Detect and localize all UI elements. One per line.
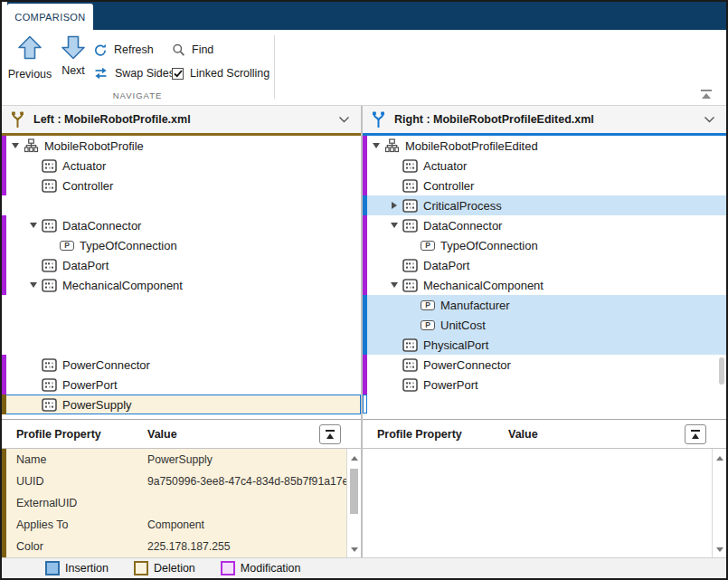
- tree-blank-row: [2, 315, 361, 335]
- tree-item-dataconnector[interactable]: DataConnector: [363, 215, 726, 235]
- collapse-ribbon-button[interactable]: [695, 86, 717, 102]
- property-row[interactable]: UUID9a750996-3ee8-47c4-834d-85b7f91a17e0: [2, 471, 346, 492]
- right-property-table-header: Profile Property Value: [363, 420, 726, 449]
- tree-item-dataconnector[interactable]: DataConnector: [2, 215, 361, 235]
- tree-item-label: PowerConnector: [62, 358, 150, 372]
- tree-item-mobilerobotprofile[interactable]: MobileRobotProfile: [2, 136, 361, 156]
- tree-item-label: DataConnector: [423, 219, 502, 233]
- arrow-down-icon: [60, 35, 87, 60]
- tree-item-label: TypeOfConnection: [80, 239, 177, 252]
- tree-item-powersupply[interactable]: PowerSupply: [2, 395, 361, 414]
- left-pane-header[interactable]: Left : MobileRobotProfile.xml: [2, 106, 361, 136]
- tree-item-criticalprocess[interactable]: CriticalProcess: [363, 195, 726, 215]
- scroll-up-icon[interactable]: [713, 452, 726, 464]
- property-name: UUID: [16, 475, 44, 488]
- stereotype-icon: [402, 358, 418, 372]
- property-row[interactable]: NamePowerSupply: [2, 449, 346, 471]
- tree-item-manufacturer[interactable]: PManufacturer: [363, 295, 726, 315]
- tree-item-typeofconnection[interactable]: PTypeOfConnection: [2, 235, 361, 255]
- pane-divider[interactable]: [361, 106, 363, 557]
- collapse-arrow-icon[interactable]: [388, 282, 401, 288]
- collapse-arrow-icon[interactable]: [388, 223, 401, 228]
- tree-item-powerport[interactable]: PowerPort: [363, 375, 726, 395]
- collapse-arrow-icon[interactable]: [370, 143, 383, 148]
- left-pane-title: Left : MobileRobotProfile.xml: [33, 113, 191, 126]
- deleted-item-slot-marker: [363, 395, 367, 414]
- tree-item-physicalport[interactable]: PhysicalPort: [363, 335, 726, 355]
- tree-item-label: Controller: [423, 179, 474, 193]
- property-row[interactable]: Applies ToComponent: [2, 514, 346, 536]
- tree-item-label: MobileRobotProfileEdited: [405, 139, 538, 153]
- scroll-up-icon[interactable]: [347, 452, 361, 464]
- tree-item-dataport[interactable]: DataPort: [2, 255, 361, 275]
- tab-comparison[interactable]: COMPARISON: [7, 4, 93, 30]
- tree-item-mechanicalcomponent[interactable]: MechanicalComponent: [2, 275, 361, 295]
- tree-blank-row: [2, 195, 361, 215]
- previous-label: Previous: [8, 68, 52, 81]
- modification-marker: [2, 255, 6, 275]
- next-button[interactable]: Next: [55, 35, 91, 88]
- swap-sides-button[interactable]: Swap Sides: [93, 63, 175, 83]
- property-row[interactable]: ExternalUID: [2, 492, 346, 514]
- tree-item-mobilerobotprofileedited[interactable]: MobileRobotProfileEdited: [363, 136, 726, 156]
- previous-button[interactable]: Previous: [7, 35, 52, 88]
- property-name: ExternalUID: [16, 497, 77, 509]
- refresh-label: Refresh: [114, 43, 154, 56]
- tree-item-powerconnector[interactable]: PowerConnector: [2, 355, 361, 375]
- tree-item-label: PowerSupply: [62, 398, 132, 412]
- checkbox-checked-icon: [172, 68, 184, 80]
- legend-label: Deletion: [154, 562, 195, 575]
- right-pane-header[interactable]: Right : MobileRobotProfileEdited.xml: [363, 106, 726, 136]
- right-property-table: Profile Property Value: [363, 419, 726, 557]
- legend-item-deletion: Deletion: [134, 561, 195, 575]
- left-table-scrollbar[interactable]: [346, 449, 361, 558]
- profile-hierarchy-icon: [24, 138, 39, 153]
- left-property-column-header: Profile Property: [16, 428, 101, 441]
- tab-comparison-label: COMPARISON: [14, 12, 85, 23]
- property-name: Name: [16, 453, 46, 466]
- right-table-collapse-button[interactable]: [685, 424, 706, 444]
- chevron-down-icon-left[interactable]: [338, 116, 350, 123]
- modification-marker: [2, 136, 6, 156]
- refresh-button[interactable]: Refresh: [93, 40, 154, 60]
- stereotype-icon: [42, 219, 57, 233]
- tree-item-typeofconnection[interactable]: PTypeOfConnection: [363, 235, 726, 255]
- next-label: Next: [61, 64, 85, 77]
- compare-branch-icon-left: [11, 111, 24, 128]
- tree-item-controller[interactable]: Controller: [363, 176, 726, 195]
- scroll-down-icon[interactable]: [347, 543, 361, 556]
- find-button[interactable]: Find: [172, 40, 213, 60]
- tree-item-powerconnector[interactable]: PowerConnector: [363, 355, 726, 375]
- chevron-down-icon-right[interactable]: [704, 116, 715, 123]
- collapse-arrow-icon[interactable]: [27, 223, 40, 228]
- scroll-down-icon[interactable]: [713, 543, 726, 556]
- stereotype-icon: [402, 378, 418, 392]
- collapse-ribbon-icon: [701, 90, 712, 99]
- ribbon-separator: [274, 35, 275, 99]
- left-table-scrollbar-thumb[interactable]: [350, 469, 358, 514]
- tree-item-label: Actuator: [62, 159, 106, 173]
- tree-item-unitcost[interactable]: PUnitCost: [363, 315, 726, 335]
- tree-item-powerport[interactable]: PowerPort: [2, 375, 361, 395]
- right-table-scrollbar[interactable]: [712, 449, 726, 558]
- tree-item-controller[interactable]: Controller: [2, 176, 361, 195]
- modification-marker: [2, 375, 6, 395]
- legend-item-modification: Modification: [221, 561, 301, 575]
- collapse-arrow-icon[interactable]: [9, 143, 22, 148]
- ribbon-toolbar: Previous Next Refresh Swap Sides Find: [2, 30, 726, 106]
- swap-sides-label: Swap Sides: [115, 67, 175, 80]
- expand-arrow-icon[interactable]: [388, 202, 401, 209]
- tree-item-label: PowerConnector: [423, 358, 511, 372]
- collapse-arrow-icon[interactable]: [27, 282, 40, 288]
- tree-item-actuator[interactable]: Actuator: [2, 156, 361, 176]
- tree-item-actuator[interactable]: Actuator: [363, 156, 726, 176]
- property-name: Applies To: [16, 518, 68, 531]
- property-row[interactable]: Color225.178.187.255: [2, 536, 346, 557]
- tree-item-dataport[interactable]: DataPort: [363, 255, 726, 275]
- stereotype-icon: [402, 259, 418, 272]
- right-value-column-header: Value: [508, 428, 538, 441]
- linked-scrolling-checkbox[interactable]: Linked Scrolling: [172, 63, 269, 83]
- tree-item-mechanicalcomponent[interactable]: MechanicalComponent: [363, 275, 726, 295]
- tree-item-label: Controller: [62, 179, 113, 193]
- left-table-collapse-button[interactable]: [319, 424, 341, 444]
